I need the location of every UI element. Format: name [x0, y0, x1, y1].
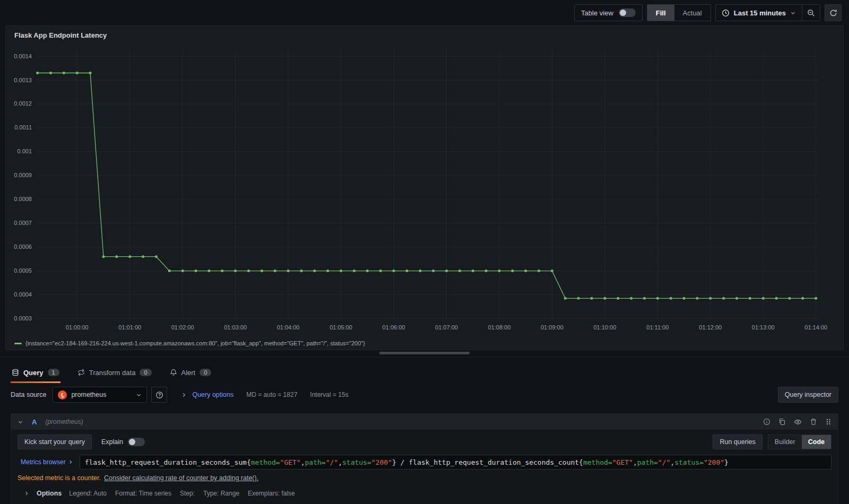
svg-text:01:05:00: 01:05:00 — [330, 324, 352, 331]
datasource-help-button[interactable] — [151, 387, 167, 403]
query-ref-id: A — [32, 418, 37, 426]
clock-icon — [722, 9, 730, 17]
svg-text:0.0004: 0.0004 — [14, 291, 32, 298]
svg-text:01:09:00: 01:09:00 — [541, 324, 564, 331]
svg-text:0.0003: 0.0003 — [14, 315, 32, 321]
help-icon[interactable] — [763, 418, 770, 425]
code-button[interactable]: Code — [802, 435, 831, 449]
prometheus-icon — [58, 390, 67, 399]
time-picker-group: Last 15 minutes — [715, 4, 820, 21]
explain-label: Explain — [101, 438, 123, 446]
duplicate-query-icon[interactable] — [778, 418, 786, 425]
svg-text:01:13:00: 01:13:00 — [752, 324, 775, 331]
query-options-md: MD = auto = 1827 — [246, 391, 297, 398]
svg-text:01:02:00: 01:02:00 — [171, 324, 194, 331]
svg-text:01:08:00: 01:08:00 — [488, 324, 511, 331]
svg-text:01:12:00: 01:12:00 — [699, 324, 722, 331]
svg-text:0.0006: 0.0006 — [14, 244, 32, 250]
fill-button[interactable]: Fill — [647, 5, 674, 21]
query-inspector-button[interactable]: Query inspector — [778, 387, 838, 403]
svg-text:01:10:00: 01:10:00 — [593, 324, 616, 331]
options-label[interactable]: Options — [37, 490, 62, 497]
chevron-right-icon — [68, 459, 73, 465]
svg-text:01:04:00: 01:04:00 — [277, 324, 300, 331]
query-toolbar: Kick start your query Explain Run querie… — [18, 435, 831, 449]
builder-code-segmented: Builder Code — [768, 435, 831, 449]
chevron-right-icon[interactable] — [181, 392, 187, 398]
collapse-chevron-icon[interactable] — [18, 419, 23, 425]
tab-transform-data[interactable]: Transform data0 — [76, 362, 153, 383]
svg-text:0.0008: 0.0008 — [14, 196, 32, 202]
datasource-row: Data source prometheus Query options MD … — [11, 387, 838, 403]
tab-label: Transform data — [89, 369, 136, 377]
query-options-link[interactable]: Query options — [192, 391, 233, 398]
remove-query-trash-icon[interactable] — [810, 418, 817, 425]
options-summary-item: Step: — [180, 490, 195, 497]
table-view-label: Table view — [581, 9, 613, 17]
run-queries-button[interactable]: Run queries — [713, 435, 762, 449]
tab-badge: 1 — [48, 369, 59, 376]
svg-text:01:01:00: 01:01:00 — [118, 324, 141, 331]
options-summary-item: Type: Range — [203, 490, 239, 497]
counter-warning: Selected metric is a counter. Consider c… — [18, 474, 831, 482]
legend-series-label: {instance="ec2-184-169-216-224.us-west-1… — [25, 340, 365, 346]
chevron-down-icon — [790, 10, 796, 16]
promql-query-input[interactable]: flask_http_request_duration_seconds_sum{… — [80, 455, 831, 470]
time-series-chart[interactable]: 0.00030.00040.00050.00060.00070.00080.00… — [6, 26, 843, 336]
svg-text:0.001: 0.001 — [17, 148, 32, 154]
chevron-down-icon — [136, 392, 142, 398]
options-summary-item: Legend: Auto — [69, 490, 107, 497]
query-row-body: Kick start your query Explain Run querie… — [11, 430, 838, 504]
database-icon — [12, 369, 19, 376]
refresh-icon — [829, 9, 837, 17]
options-summary: Legend: AutoFormat: Time seriesStep:Type… — [69, 490, 295, 497]
tab-label: Alert — [181, 369, 196, 377]
horizontal-scrollbar-thumb[interactable] — [379, 352, 470, 354]
tab-badge: 0 — [200, 369, 211, 376]
explain-toggle[interactable] — [128, 438, 145, 446]
svg-text:01:11:00: 01:11:00 — [646, 324, 669, 331]
explain-control: Explain — [101, 438, 145, 446]
svg-text:01:06:00: 01:06:00 — [383, 324, 405, 331]
hide-query-eye-icon[interactable] — [794, 418, 802, 426]
warning-text: Selected metric is a counter. — [18, 474, 101, 482]
legend-series-swatch — [14, 343, 22, 344]
options-summary-item: Format: Time series — [115, 490, 171, 497]
time-series-panel: Flask App Endpoint Latency 0.00030.00040… — [5, 25, 844, 350]
query-options-collapsed-row: Options Legend: AutoFormat: Time seriesS… — [18, 489, 831, 501]
query-toolbar-right: Run queries Builder Code — [713, 435, 831, 449]
datasource-select[interactable]: prometheus — [53, 387, 147, 403]
refresh-button[interactable] — [825, 4, 842, 21]
svg-text:0.0009: 0.0009 — [14, 172, 32, 178]
svg-text:0.0005: 0.0005 — [14, 267, 32, 274]
svg-text:01:14:00: 01:14:00 — [804, 324, 827, 331]
chevron-right-icon[interactable] — [24, 491, 29, 496]
table-view-toggle[interactable] — [619, 8, 636, 17]
tab-query[interactable]: Query1 — [11, 362, 60, 383]
query-options-interval: Interval = 15s — [310, 391, 348, 398]
legend-item[interactable]: {instance="ec2-184-169-216-224.us-west-1… — [14, 340, 365, 346]
metrics-browser-label: Metrics browser — [21, 458, 66, 466]
panel-edit-bottom-pane: Query1Transform data0Alert0 Data source … — [0, 357, 849, 504]
tab-label: Query — [23, 369, 44, 377]
magnifier-minus-icon — [807, 9, 815, 17]
svg-text:0.0012: 0.0012 — [14, 100, 32, 107]
query-row-card: A (prometheus) — [11, 413, 838, 504]
panel-title[interactable]: Flask App Endpoint Latency — [14, 31, 107, 39]
zoom-out-button[interactable] — [802, 5, 820, 21]
warning-rate-link[interactable]: Consider calculating rate of counter by … — [104, 474, 258, 482]
metrics-browser-link[interactable]: Metrics browser — [18, 455, 80, 470]
time-range-button[interactable]: Last 15 minutes — [716, 5, 802, 21]
kick-start-query-button[interactable]: Kick start your query — [18, 435, 92, 449]
drag-handle-icon[interactable] — [825, 418, 831, 425]
actual-button[interactable]: Actual — [674, 5, 711, 21]
transform-icon — [77, 369, 85, 376]
tab-alert[interactable]: Alert0 — [169, 362, 213, 383]
table-view-control: Table view — [574, 4, 643, 21]
builder-button[interactable]: Builder — [768, 435, 802, 449]
query-row-header[interactable]: A (prometheus) — [11, 414, 838, 430]
query-row-actions — [763, 418, 831, 426]
svg-text:0.0007: 0.0007 — [14, 220, 32, 226]
svg-text:01:03:00: 01:03:00 — [224, 324, 247, 331]
panel-edit-toolbar: Table view Fill Actual Last 15 minutes — [0, 0, 849, 25]
